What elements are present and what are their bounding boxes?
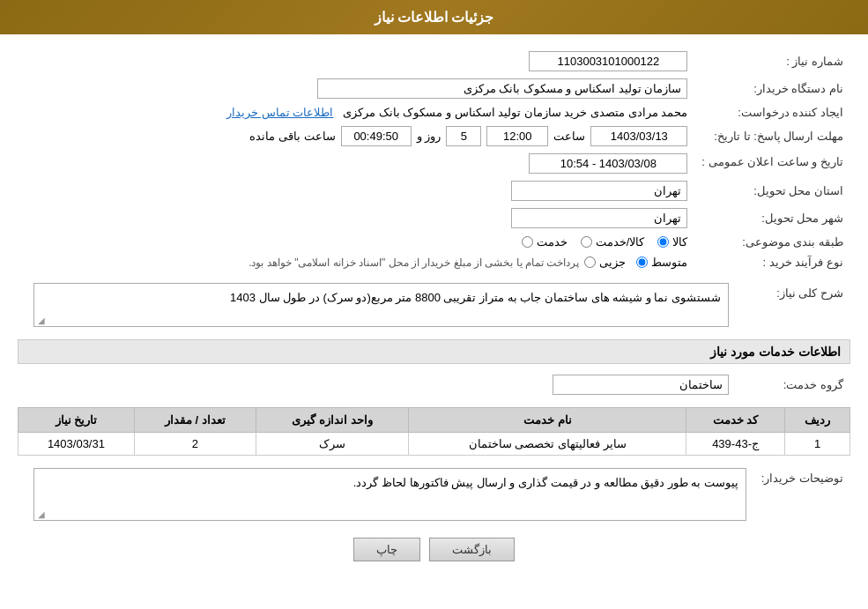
- announce-time-label: تاریخ و ساعت اعلان عمومی :: [701, 155, 843, 168]
- buyer-notes-resize-icon: ◢: [36, 509, 45, 518]
- back-button[interactable]: بازگشت: [429, 538, 515, 561]
- request-number-label: شماره نیاز :: [694, 48, 850, 75]
- description-table: شرح کلی نیاز: شستشوی نما و شیشه های ساخت…: [18, 279, 850, 330]
- purchase-type-note: پرداخت تمام یا بخشی از مبلغ خریدار از مح…: [249, 256, 579, 269]
- category-radio-service[interactable]: [522, 236, 533, 248]
- service-group-label: گروه خدمت:: [736, 371, 850, 398]
- city-label: شهر محل تحویل:: [694, 204, 850, 232]
- city-value: تهران: [511, 208, 687, 228]
- category-service-label: خدمت: [537, 235, 568, 249]
- purchase-type-radio-small[interactable]: [584, 256, 596, 268]
- deadline-days-value: 5: [446, 126, 481, 146]
- buyer-notes-value: پیوست به طور دقیق مطالعه و در قیمت گذاری…: [33, 468, 746, 521]
- col-row-num: ردیف: [785, 408, 850, 433]
- purchase-type-medium: متوسط: [636, 256, 687, 269]
- page-header: جزئیات اطلاعات نیاز: [0, 0, 868, 34]
- col-service-name: نام خدمت: [409, 408, 686, 433]
- purchase-type-radio-group: جزیی متوسط: [584, 256, 687, 269]
- creator-value: محمد مرادی متصدی خرید سازمان تولید اسکنا…: [343, 106, 687, 119]
- province-value: تهران: [511, 181, 687, 201]
- purchase-type-radio-medium[interactable]: [636, 256, 648, 268]
- deadline-time-label: ساعت: [553, 130, 585, 143]
- purchase-type-label: نوع فرآیند خرید :: [694, 252, 850, 272]
- province-label: استان محل تحویل:: [694, 177, 850, 204]
- description-label: شرح کلی نیاز:: [736, 279, 850, 330]
- services-data-table: ردیف کد خدمت نام خدمت واحد اندازه گیری ت…: [18, 407, 850, 456]
- col-unit: واحد اندازه گیری: [256, 408, 409, 433]
- category-radio-goods[interactable]: [657, 236, 669, 248]
- request-number-value: 1103003101000122: [529, 51, 687, 71]
- category-radio-both[interactable]: [581, 236, 592, 248]
- category-radio-group: خدمت کالا/خدمت کالا: [25, 235, 687, 249]
- col-service-code: کد خدمت: [686, 408, 784, 433]
- purchase-medium-label: متوسط: [651, 256, 687, 269]
- category-goods-label: کالا: [672, 235, 687, 249]
- buttons-row: بازگشت چاپ: [18, 538, 850, 575]
- category-label: طبقه بندی موضوعی:: [694, 232, 850, 252]
- deadline-time-value: 12:00: [486, 126, 548, 146]
- deadline-days-label: روز و: [417, 130, 441, 143]
- announce-time-label-cell: تاریخ و ساعت اعلان عمومی :: [694, 150, 850, 177]
- deadline-remaining-label: ساعت باقی مانده: [249, 130, 335, 143]
- announce-time-value: 1403/03/08 - 10:54: [529, 153, 687, 174]
- creator-label: ایجاد کننده درخواست:: [694, 102, 850, 123]
- services-section-title: اطلاعات خدمات مورد نیاز: [18, 339, 850, 364]
- description-value: شستشوی نما و شیشه های ساختمان جاب به متر…: [33, 283, 729, 327]
- deadline-date: 1403/03/13: [590, 126, 687, 146]
- print-button[interactable]: چاپ: [353, 538, 420, 561]
- organization-label: نام دستگاه خریدار:: [694, 75, 850, 102]
- col-quantity: تعداد / مقدار: [134, 408, 256, 433]
- contact-link[interactable]: اطلاعات تماس خریدار: [226, 106, 333, 119]
- buyer-notes-label: توضیحات خریدار:: [753, 464, 850, 524]
- deadline-remaining-value: 00:49:50: [341, 126, 412, 146]
- purchase-small-label: جزیی: [599, 256, 626, 269]
- deadline-days-value-box: 5: [446, 126, 481, 146]
- category-option-service: خدمت: [522, 235, 568, 249]
- service-group-value: ساختمان: [553, 375, 729, 395]
- service-group-table: گروه خدمت: ساختمان: [18, 371, 850, 398]
- buyer-notes-table: توضیحات خریدار: پیوست به طور دقیق مطالعه…: [18, 464, 850, 524]
- purchase-type-small: جزیی: [584, 256, 626, 269]
- main-info-table: شماره نیاز : 1103003101000122 نام دستگاه…: [18, 48, 850, 272]
- category-both-label: کالا/خدمت: [596, 235, 645, 249]
- col-date: تاریخ نیاز: [19, 408, 135, 433]
- response-deadline-label: مهلت ارسال پاسخ: تا تاریخ:: [694, 123, 850, 150]
- request-number-cell: 1103003101000122: [18, 48, 694, 75]
- category-option-both: کالا/خدمت: [581, 235, 645, 249]
- table-row: 1ج-43-439سایر فعالیتهای تخصصی ساختمانسرک…: [19, 433, 850, 456]
- header-title: جزئیات اطلاعات نیاز: [375, 10, 494, 25]
- organization-value: سازمان تولید اسکناس و مسکوک بانک مرکزی: [317, 78, 687, 99]
- resize-icon: ◢: [36, 316, 45, 324]
- category-option-goods: کالا: [657, 235, 687, 249]
